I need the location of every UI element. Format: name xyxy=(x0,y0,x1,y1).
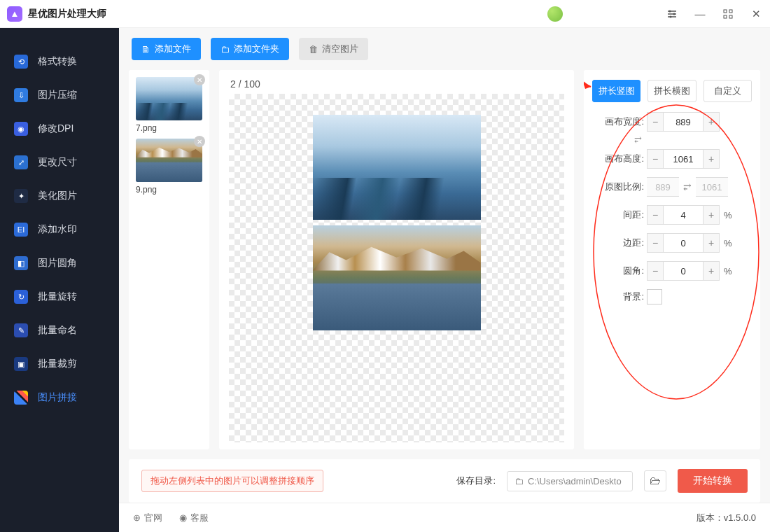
increment-icon[interactable]: + xyxy=(703,205,720,225)
tab-vertical[interactable]: 拼长竖图 xyxy=(592,80,640,102)
margin-stepper[interactable]: − + xyxy=(647,233,720,253)
field-orig-ratio: 原图比例: ⥂ xyxy=(592,177,752,197)
dpi-icon: ◉ xyxy=(14,122,28,136)
radius-stepper[interactable]: − + xyxy=(647,261,720,281)
sidebar-item-label: 批量旋转 xyxy=(38,290,77,303)
mode-tabs: 拼长竖图 拼长横图 自定义 xyxy=(592,80,752,102)
website-link[interactable]: ⊕官网 xyxy=(133,512,162,524)
drag-hint: 拖动左侧列表中的图片可以调整拼接顺序 xyxy=(141,470,323,492)
user-name xyxy=(567,6,651,22)
support-link[interactable]: ◉客服 xyxy=(179,512,209,524)
tab-custom[interactable]: 自定义 xyxy=(704,80,752,102)
ratio-link-icon[interactable]: ⥂ xyxy=(683,181,692,192)
svg-rect-4 xyxy=(729,10,732,13)
canvas-width-input[interactable] xyxy=(664,112,703,132)
canvas-height-stepper[interactable]: − + xyxy=(647,149,720,169)
preview-panel: 2 / 100 xyxy=(219,70,574,449)
titlebar: ▲ 星优图片处理大师 — ✕ xyxy=(0,0,770,28)
preview-image xyxy=(313,115,481,220)
compress-icon: ⇩ xyxy=(14,88,28,102)
sidebar-item-rename[interactable]: ✎批量命名 xyxy=(0,314,119,347)
rotate-icon: ↻ xyxy=(14,290,28,304)
footer: ⊕官网 ◉客服 版本：v1.5.0.0 xyxy=(119,503,770,532)
increment-icon[interactable]: + xyxy=(703,233,720,253)
stitch-icon xyxy=(14,391,28,405)
app-title: 星优图片处理大师 xyxy=(28,8,106,20)
maximize-icon[interactable] xyxy=(714,0,742,28)
orig-width xyxy=(647,177,679,197)
settings-icon[interactable] xyxy=(658,0,686,28)
sidebar-item-beautify[interactable]: ✦美化图片 xyxy=(0,179,119,213)
preview-canvas xyxy=(229,94,564,442)
remove-thumb-icon[interactable]: ✕ xyxy=(194,74,205,85)
canvas-height-input[interactable] xyxy=(664,149,703,169)
toolbar: 🗎添加文件 🗀添加文件夹 🗑清空图片 xyxy=(119,28,770,70)
version-label: 版本：v1.5.0.0 xyxy=(696,512,756,524)
save-path-input[interactable]: 🗀C:\Users\admin\Deskto xyxy=(507,471,633,491)
settings-panel: 拼长竖图 拼长横图 自定义 画布宽度: − + ⥂ 画布高度: − xyxy=(584,70,760,449)
increment-icon[interactable]: + xyxy=(703,261,720,281)
sidebar-item-label: 添加水印 xyxy=(38,223,77,236)
decrement-icon[interactable]: − xyxy=(647,149,664,169)
sidebar-item-rotate[interactable]: ↻批量旋转 xyxy=(0,280,119,314)
canvas-width-stepper[interactable]: − + xyxy=(647,112,720,132)
svg-rect-5 xyxy=(724,15,727,18)
decrement-icon[interactable]: − xyxy=(647,205,664,225)
remove-thumb-icon[interactable]: ✕ xyxy=(194,136,205,147)
svg-rect-6 xyxy=(729,15,732,18)
minimize-icon[interactable]: — xyxy=(686,0,714,28)
add-folder-button[interactable]: 🗀添加文件夹 xyxy=(211,38,289,60)
list-item[interactable]: ✕ 9.png xyxy=(136,139,202,195)
field-radius: 圆角: − + % xyxy=(592,261,752,281)
margin-input[interactable] xyxy=(664,233,703,253)
sidebar-item-label: 美化图片 xyxy=(38,190,77,202)
add-file-button[interactable]: 🗎添加文件 xyxy=(132,38,201,60)
sidebar-item-compress[interactable]: ⇩图片压缩 xyxy=(0,78,119,112)
list-item[interactable]: ✕ 7.png xyxy=(136,77,202,133)
file-icon: 🗎 xyxy=(141,44,150,55)
crop-icon: ▣ xyxy=(14,357,28,371)
bg-color-swatch[interactable] xyxy=(647,289,662,304)
sidebar-item-stitch[interactable]: 图片拼接 xyxy=(0,381,119,414)
decrement-icon[interactable]: − xyxy=(647,233,664,253)
start-convert-button[interactable]: 开始转换 xyxy=(678,469,748,493)
sidebar-item-corner[interactable]: ◧图片圆角 xyxy=(0,246,119,280)
link-icon[interactable]: ⥂ xyxy=(634,134,752,145)
thumbnail-image xyxy=(136,77,202,120)
sidebar-item-label: 修改DPI xyxy=(38,122,74,135)
sidebar-item-label: 格式转换 xyxy=(38,55,77,68)
resize-icon: ⤢ xyxy=(14,155,28,169)
beautify-icon: ✦ xyxy=(14,189,28,203)
preview-image xyxy=(313,225,481,330)
close-icon[interactable]: ✕ xyxy=(742,0,770,28)
corner-icon: ◧ xyxy=(14,256,28,270)
save-label: 保存目录: xyxy=(456,475,496,487)
radius-input[interactable] xyxy=(664,261,703,281)
gap-input[interactable] xyxy=(664,205,703,225)
increment-icon[interactable]: + xyxy=(703,149,720,169)
svg-point-0 xyxy=(669,10,671,12)
sidebar-item-watermark[interactable]: EI添加水印 xyxy=(0,213,119,246)
user-avatar[interactable] xyxy=(547,6,563,22)
tab-horizontal[interactable]: 拼长横图 xyxy=(648,80,696,102)
browse-folder-button[interactable]: 🗁 xyxy=(644,470,666,491)
field-bg: 背景: xyxy=(592,289,752,304)
decrement-icon[interactable]: − xyxy=(647,112,664,132)
orig-height xyxy=(696,177,728,197)
globe-icon: ⊕ xyxy=(133,512,141,523)
sidebar-item-dpi[interactable]: ◉修改DPI xyxy=(0,112,119,146)
sidebar-item-crop[interactable]: ▣批量裁剪 xyxy=(0,347,119,381)
sidebar-item-label: 图片压缩 xyxy=(38,89,77,102)
sidebar-item-resize[interactable]: ⤢更改尺寸 xyxy=(0,146,119,179)
decrement-icon[interactable]: − xyxy=(647,261,664,281)
stitched-result xyxy=(313,115,481,336)
trash-icon: 🗑 xyxy=(309,44,318,55)
field-canvas-height: 画布高度: − + xyxy=(592,149,752,169)
svg-point-1 xyxy=(673,13,676,15)
increment-icon[interactable]: + xyxy=(703,112,720,132)
clear-button[interactable]: 🗑清空图片 xyxy=(299,38,368,60)
svg-line-8 xyxy=(584,70,591,87)
bottom-bar: 拖动左侧列表中的图片可以调整拼接顺序 保存目录: 🗀C:\Users\admin… xyxy=(129,459,760,503)
gap-stepper[interactable]: − + xyxy=(647,205,720,225)
sidebar-item-format[interactable]: ⟲格式转换 xyxy=(0,45,119,78)
